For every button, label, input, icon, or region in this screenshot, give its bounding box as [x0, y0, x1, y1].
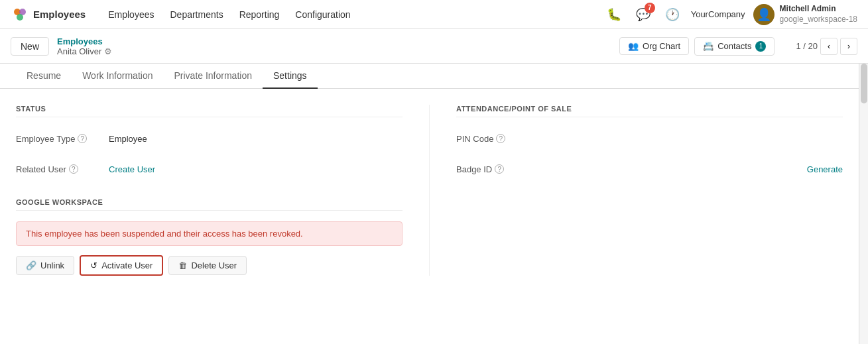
app-name: Employees	[33, 9, 86, 20]
bug-icon: 🐛	[607, 7, 621, 22]
clock-icon: 🕐	[665, 7, 680, 22]
left-column: STATUS Employee Type ? Employee Related …	[16, 105, 430, 276]
delete-user-button[interactable]: 🗑 Delete User	[168, 256, 247, 275]
avatar: 👤	[753, 4, 775, 25]
badge-id-help-icon[interactable]: ?	[495, 164, 504, 174]
contacts-button[interactable]: 📇 Contacts 1	[694, 37, 775, 56]
related-user-label: Related User ?	[16, 164, 109, 174]
clock-button[interactable]: 🕐	[662, 4, 683, 25]
org-chart-label: Org Chart	[643, 41, 680, 51]
generate-link[interactable]: Generate	[807, 164, 843, 174]
two-col-layout: STATUS Employee Type ? Employee Related …	[16, 105, 843, 276]
sub-header: New Employees Anita Oliver ⚙ 👥 Org Chart…	[0, 29, 868, 64]
user-sub: google_workspace-18	[780, 15, 857, 25]
org-chart-icon: 👥	[628, 41, 639, 51]
notification-badge: 7	[645, 3, 655, 13]
tab-work-information[interactable]: Work Information	[72, 64, 163, 89]
badge-id-row: Badge ID ? Generate	[456, 158, 843, 180]
breadcrumb-current: Anita Oliver ⚙	[57, 46, 112, 56]
scrollbar[interactable]	[859, 64, 868, 344]
delete-user-label: Delete User	[191, 260, 237, 270]
svg-point-2	[17, 14, 23, 21]
related-user-help-icon[interactable]: ?	[69, 164, 78, 174]
contacts-label: Contacts	[717, 41, 751, 51]
contacts-count: 1	[755, 41, 766, 52]
nav-right-section: 🐛 💬 7 🕐 YourCompany 👤 Mitchell Admin goo…	[603, 4, 857, 25]
employee-type-row: Employee Type ? Employee	[16, 128, 403, 149]
main-content: Resume Work Information Private Informat…	[0, 64, 859, 344]
status-section-title: STATUS	[16, 105, 403, 117]
notification-button[interactable]: 💬 7	[633, 4, 654, 25]
bug-icon-button[interactable]: 🐛	[603, 4, 625, 25]
user-name: Mitchell Admin	[780, 4, 857, 15]
unlink-icon: 🔗	[26, 260, 36, 270]
pagination-text: 1 / 20	[796, 41, 818, 51]
nav-reporting[interactable]: Reporting	[233, 7, 286, 23]
nav-employees[interactable]: Employees	[101, 7, 160, 23]
new-button[interactable]: New	[11, 37, 49, 56]
breadcrumb: Employees Anita Oliver ⚙	[57, 36, 112, 56]
attendance-section-title: ATTENDANCE/POINT OF SALE	[456, 105, 843, 117]
company-name[interactable]: YourCompany	[691, 9, 745, 19]
pagination: 1 / 20 ‹ ›	[796, 38, 857, 55]
tab-settings[interactable]: Settings	[263, 64, 318, 89]
gear-icon[interactable]: ⚙	[104, 46, 112, 56]
activate-user-label: Activate User	[101, 260, 153, 270]
employee-type-label: Employee Type ?	[16, 134, 109, 144]
badge-id-label: Badge ID ?	[456, 164, 549, 174]
workspace-buttons: 🔗 Unlink ↺ Activate User 🗑 Delete User	[16, 255, 403, 276]
tab-resume[interactable]: Resume	[16, 64, 72, 89]
user-text: Mitchell Admin google_workspace-18	[780, 4, 857, 25]
nav-departments[interactable]: Departments	[163, 7, 229, 23]
top-navigation: Employees Employees Departments Reportin…	[0, 0, 868, 29]
google-workspace-section: GOOGLE WORKSPACE This employee has been …	[16, 198, 403, 276]
contacts-icon: 📇	[703, 41, 713, 51]
unlink-label: Unlink	[40, 260, 64, 270]
activate-user-button[interactable]: ↺ Activate User	[80, 255, 163, 276]
employee-type-help-icon[interactable]: ?	[78, 134, 87, 143]
create-user-link[interactable]: Create User	[109, 164, 155, 174]
next-page-button[interactable]: ›	[840, 38, 857, 55]
google-section-title: GOOGLE WORKSPACE	[16, 198, 403, 211]
pin-code-label: PIN Code ?	[456, 134, 549, 144]
employee-type-value: Employee	[109, 134, 147, 144]
right-column: ATTENDANCE/POINT OF SALE PIN Code ? Badg…	[430, 105, 843, 276]
unlink-button[interactable]: 🔗 Unlink	[16, 256, 74, 275]
related-user-row: Related User ? Create User	[16, 158, 403, 180]
breadcrumb-parent-label: Employees	[57, 36, 103, 46]
suspension-alert: This employee has been suspended and the…	[16, 221, 403, 246]
app-logo: Employees	[11, 5, 93, 24]
user-info[interactable]: 👤 Mitchell Admin google_workspace-18	[753, 4, 857, 25]
content-area: Resume Work Information Private Informat…	[0, 64, 868, 344]
breadcrumb-current-label: Anita Oliver	[57, 46, 101, 56]
prev-page-button[interactable]: ‹	[820, 38, 837, 55]
pin-code-help-icon[interactable]: ?	[496, 134, 505, 143]
activate-icon: ↺	[90, 260, 97, 270]
tabs: Resume Work Information Private Informat…	[0, 64, 859, 89]
scroll-thumb[interactable]	[861, 64, 867, 103]
nav-configuration[interactable]: Configuration	[288, 7, 357, 23]
pin-code-row: PIN Code ?	[456, 128, 843, 149]
sub-header-right: 👥 Org Chart 📇 Contacts 1 1 / 20 ‹ ›	[619, 37, 857, 56]
settings-tab-content: STATUS Employee Type ? Employee Related …	[0, 89, 859, 292]
tab-private-information[interactable]: Private Information	[163, 64, 263, 89]
trash-icon: 🗑	[178, 260, 187, 270]
org-chart-button[interactable]: 👥 Org Chart	[619, 37, 689, 55]
breadcrumb-parent[interactable]: Employees	[57, 36, 112, 46]
